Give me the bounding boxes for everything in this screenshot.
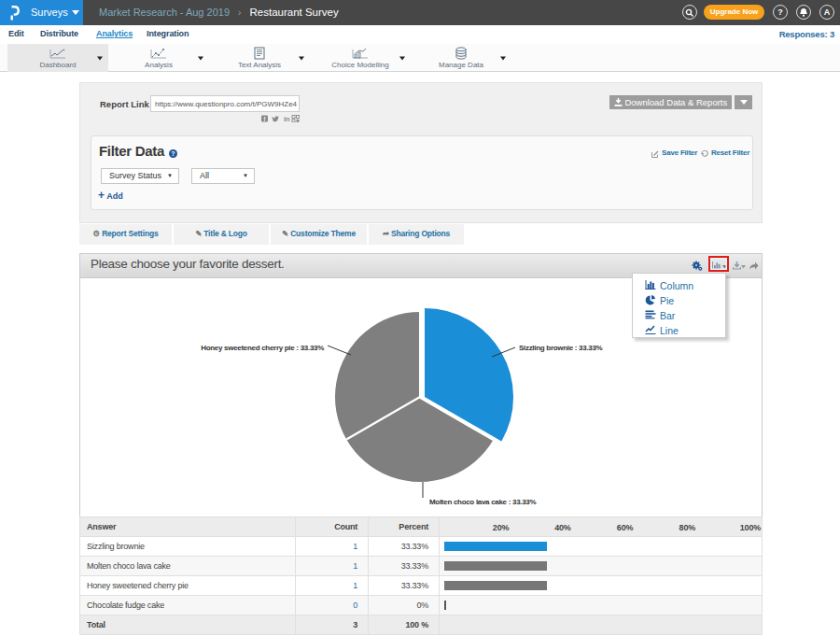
svg-text:f: f — [264, 116, 266, 122]
svg-text:Molten choco lava cake : 33.33: Molten choco lava cake : 33.33% — [429, 498, 536, 506]
svg-text:in: in — [284, 115, 290, 122]
svg-text:Sizzling brownie : 33.33%: Sizzling brownie : 33.33% — [519, 344, 603, 352]
svg-text:Honey sweetened cherry pie : 3: Honey sweetened cherry pie : 33.33% — [201, 344, 324, 352]
